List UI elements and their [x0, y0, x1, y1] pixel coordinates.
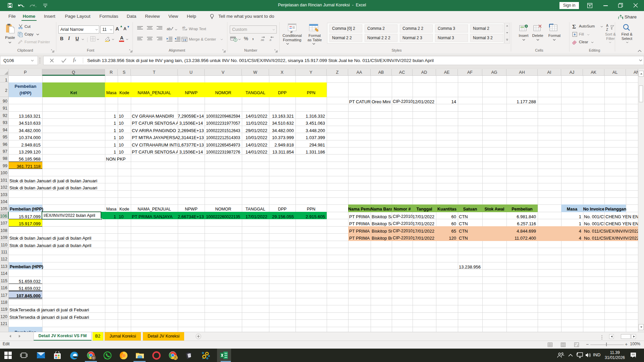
svg-text:ab: ab [182, 26, 185, 29]
svg-text:Z: Z [606, 28, 608, 32]
svg-text:ab: ab [167, 27, 171, 31]
svg-text:.00: .00 [260, 39, 264, 42]
svg-text:A: A [606, 24, 608, 27]
svg-text:D: D [93, 356, 95, 359]
svg-text:≠: ≠ [290, 29, 292, 34]
svg-text:.0: .0 [269, 39, 271, 42]
